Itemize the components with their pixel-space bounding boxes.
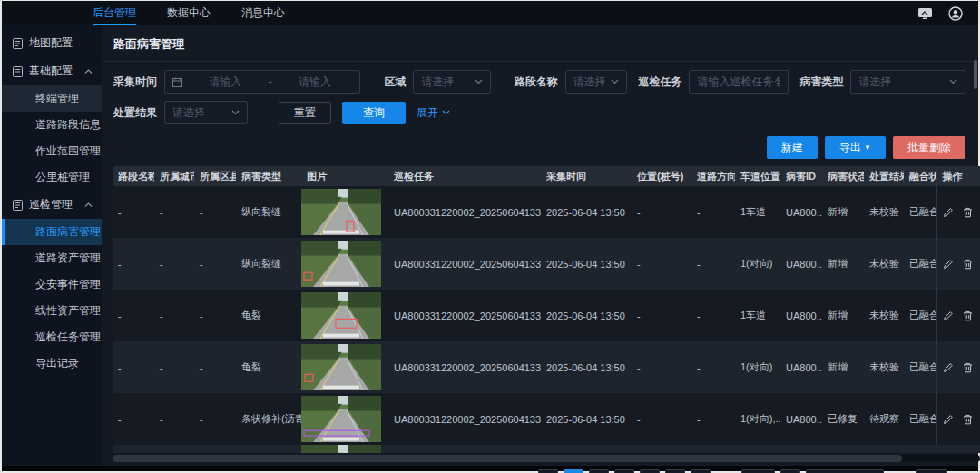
sidebar-item-11[interactable]: 巡检任务管理 bbox=[2, 324, 102, 350]
cell-task: UA800331220002_20250604133852059 bbox=[388, 341, 541, 393]
page-button-5[interactable]: 5 bbox=[665, 469, 685, 473]
page-title: 路面病害管理 bbox=[113, 37, 184, 51]
road-photo-thumbnail[interactable] bbox=[301, 344, 381, 390]
chevron-down-icon bbox=[611, 79, 619, 84]
road-photo-thumbnail[interactable] bbox=[301, 241, 381, 287]
delete-icon[interactable] bbox=[963, 362, 973, 373]
col-header-6: 采集时间 bbox=[541, 166, 632, 186]
cell-ops bbox=[936, 290, 980, 341]
reset-button[interactable]: 重置 bbox=[279, 102, 331, 124]
sidebar-group-1[interactable]: 基础配置 bbox=[2, 57, 102, 85]
cell-image[interactable] bbox=[301, 290, 388, 341]
result-label: 处置结果 bbox=[113, 105, 157, 121]
page-button-1271[interactable]: 1271 bbox=[741, 469, 775, 473]
road-name-select[interactable]: 请选择 bbox=[565, 70, 628, 94]
goto-page-input[interactable]: 1 bbox=[916, 469, 947, 473]
sidebar-item-5[interactable]: 公里桩管理 bbox=[2, 164, 102, 191]
page-size-select[interactable]: 10条/页 bbox=[806, 469, 884, 473]
sidebar-item-8[interactable]: 道路资产管理 bbox=[2, 245, 102, 271]
cell-disease_type: 龟裂 bbox=[236, 341, 301, 393]
create-button[interactable]: 新建 bbox=[767, 136, 818, 159]
sidebar-item-9[interactable]: 交安事件管理 bbox=[2, 271, 102, 298]
export-button[interactable]: 导出 ▼ bbox=[825, 136, 886, 159]
cell-image[interactable] bbox=[301, 341, 388, 393]
result-select[interactable]: 请选择 bbox=[164, 101, 248, 124]
sidebar-item-4[interactable]: 作业范围管理 bbox=[2, 138, 102, 164]
disease-type-select[interactable]: 请选择 bbox=[850, 70, 965, 94]
page-button-6[interactable]: 6 bbox=[691, 469, 710, 473]
next-page-button[interactable]: › bbox=[780, 469, 800, 473]
sidebar-item-3[interactable]: 道路路段信息 bbox=[2, 112, 102, 138]
cell-image[interactable] bbox=[301, 186, 388, 238]
cell-city: - bbox=[154, 393, 194, 445]
col-header-3: 病害类型 bbox=[236, 166, 301, 186]
delete-icon[interactable] bbox=[963, 259, 973, 270]
chevron-down-icon bbox=[949, 79, 957, 84]
road-photo-thumbnail[interactable] bbox=[301, 396, 381, 442]
vertical-scrollbar-thumb[interactable] bbox=[974, 60, 977, 89]
sidebar-item-7[interactable]: 路面病害管理 bbox=[2, 219, 102, 245]
horizontal-scrollbar-thumb[interactable] bbox=[113, 455, 902, 462]
edit-icon[interactable] bbox=[943, 259, 954, 270]
cell-image[interactable] bbox=[301, 238, 388, 290]
page-button-1[interactable]: 1 bbox=[564, 469, 583, 473]
task-input[interactable]: 请输入巡检任务名称 bbox=[689, 70, 789, 94]
chevron-down-icon bbox=[475, 79, 483, 84]
nav-tab-1[interactable]: 数据中心 bbox=[167, 1, 211, 25]
cell-task: UA800331220002_20250604133852059 bbox=[388, 393, 541, 445]
cell-fusion: 已融合 bbox=[904, 238, 936, 290]
col-header-14: 操作 bbox=[936, 166, 980, 186]
cell-lane: 1车道 bbox=[735, 290, 780, 341]
topbar-icons bbox=[916, 1, 978, 25]
table-header-row: 路段名称所属城市所属区县病害类型图片巡检任务采集时间位置(桩号)道路方向车道位置… bbox=[113, 166, 980, 186]
sidebar-group-0[interactable]: 地图配置 bbox=[2, 29, 102, 57]
nav-tab-0[interactable]: 后台管理 bbox=[93, 1, 136, 25]
edit-icon[interactable] bbox=[943, 207, 954, 218]
edit-icon[interactable] bbox=[943, 362, 954, 373]
table-row: ---条状修补(沥青) UA800331220002_2025060413385… bbox=[113, 393, 980, 445]
top-nav-bar: 后台管理数据中心消息中心 bbox=[2, 1, 978, 25]
batch-delete-button[interactable]: 批量删除 bbox=[893, 136, 965, 159]
page-button-4[interactable]: 4 bbox=[640, 469, 660, 473]
row-operations bbox=[943, 310, 980, 321]
cell-disease_type: 龟裂 bbox=[236, 290, 301, 341]
cell-image[interactable] bbox=[301, 393, 388, 445]
user-avatar-icon[interactable] bbox=[947, 6, 964, 21]
monitor-icon[interactable] bbox=[916, 6, 933, 21]
sidebar-item-10[interactable]: 线性资产管理 bbox=[2, 298, 102, 324]
sidebar-item-12[interactable]: 导出记录 bbox=[2, 350, 102, 377]
row-operations bbox=[943, 207, 980, 218]
road-photo-thumbnail[interactable] bbox=[301, 292, 381, 339]
table-row: ---龟裂 UA800331220002_2025060413385205920… bbox=[113, 290, 980, 341]
sidebar-group-6[interactable]: 巡检管理 bbox=[2, 191, 102, 219]
road-photo-thumbnail[interactable] bbox=[301, 445, 381, 453]
cell-city: - bbox=[154, 186, 194, 238]
chevron-down-icon bbox=[231, 110, 240, 115]
delete-icon[interactable] bbox=[963, 310, 973, 321]
edit-icon[interactable] bbox=[943, 310, 954, 321]
delete-icon[interactable] bbox=[963, 414, 973, 425]
cell-fusion: 已融合 bbox=[904, 186, 936, 238]
prev-page-button[interactable]: ‹ bbox=[538, 469, 558, 473]
col-header-10: 病害ID bbox=[780, 166, 822, 186]
table-actions: 新建 导出 ▼ 批量删除 bbox=[102, 132, 978, 166]
page-button-2[interactable]: 2 bbox=[589, 469, 609, 473]
calendar-icon bbox=[172, 77, 182, 87]
delete-icon[interactable] bbox=[963, 207, 973, 218]
expand-link[interactable]: 展开 bbox=[416, 105, 450, 121]
doc-icon bbox=[13, 200, 23, 211]
road-photo-thumbnail[interactable] bbox=[301, 189, 381, 235]
cell-direction: - bbox=[691, 186, 735, 238]
page-button-3[interactable]: 3 bbox=[614, 469, 634, 473]
sidebar-item-2[interactable]: 终端管理 bbox=[2, 85, 102, 112]
cell-status: 新增 bbox=[822, 186, 864, 238]
edit-icon[interactable] bbox=[943, 414, 954, 425]
col-header-11: 病害状态 bbox=[822, 166, 864, 186]
collect-time-range-input[interactable]: 请输入 - 请输入 bbox=[164, 70, 360, 94]
nav-tabs: 后台管理数据中心消息中心 bbox=[93, 1, 285, 25]
nav-tab-2[interactable]: 消息中心 bbox=[241, 1, 285, 25]
search-button[interactable]: 查询 bbox=[342, 102, 406, 124]
region-select[interactable]: 请选择 bbox=[413, 70, 490, 94]
cell-fusion: 已融合 bbox=[904, 290, 936, 341]
cell-ops bbox=[936, 186, 980, 238]
